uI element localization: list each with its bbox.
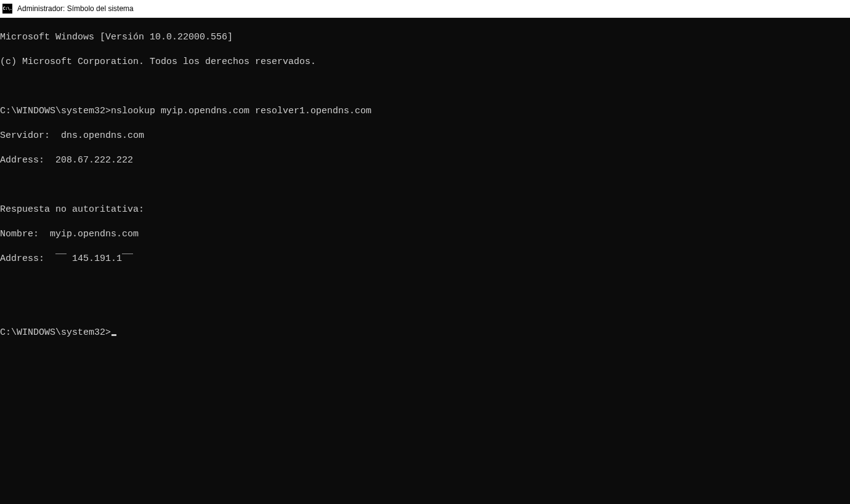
terminal-copyright-line: (c) Microsoft Corporation. Todos los der… [0,56,850,68]
terminal-header-line: Microsoft Windows [Versión 10.0.22000.55… [0,31,850,44]
terminal-cursor [111,334,116,336]
cmd-icon-text: C:\. [3,7,12,11]
terminal-response-nonauth: Respuesta no autoritativa: [0,204,850,216]
terminal-prompt: C:\WINDOWS\system32> [0,327,111,338]
cmd-icon: C:\. [2,4,12,14]
terminal-blank-line [0,179,850,191]
terminal-response-address: Address: 208.67.222.222 [0,154,850,167]
terminal-current-prompt-line: C:\WINDOWS\system32> [0,327,850,339]
terminal-area[interactable]: Microsoft Windows [Versión 10.0.22000.55… [0,18,850,504]
terminal-command-line: C:\WINDOWS\system32>nslookup myip.opendn… [0,105,850,118]
terminal-prompt: C:\WINDOWS\system32> [0,106,111,116]
window-titlebar[interactable]: C:\. Administrador: Símbolo del sistema [0,0,850,18]
window-title: Administrador: Símbolo del sistema [17,4,134,13]
terminal-command: nslookup myip.opendns.com resolver1.open… [111,106,371,116]
terminal-response-name: Nombre: myip.opendns.com [0,228,850,241]
terminal-blank-line [0,302,850,314]
terminal-blank-line [0,278,850,290]
terminal-blank-line [0,81,850,93]
terminal-response-address2: Address: ¯¯ 145.191.1¯¯ [0,253,850,265]
terminal-response-server: Servidor: dns.opendns.com [0,130,850,142]
